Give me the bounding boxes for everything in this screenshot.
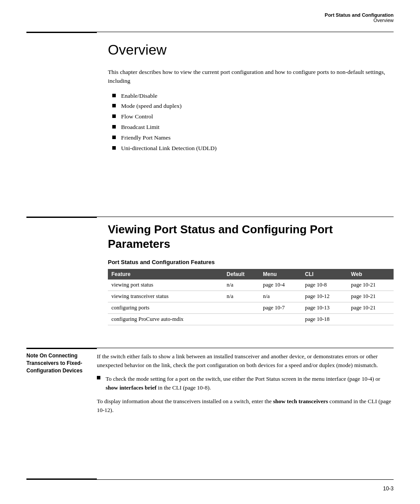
sidebar-accent-note <box>26 348 97 349</box>
note-content: If the switch either fails to show a lin… <box>97 352 394 419</box>
bullet-icon <box>112 94 116 97</box>
bullet-icon <box>112 136 116 139</box>
sidebar-accent-viewing <box>26 217 97 218</box>
note-bullet-text: To check the mode setting for a port on … <box>106 375 394 392</box>
col-feature: Feature <box>108 269 223 280</box>
list-item: Uni-directional Link Detection (UDLD) <box>112 144 394 153</box>
sidebar-accent-bottom <box>26 478 97 480</box>
col-menu: Menu <box>259 269 302 280</box>
overview-title: Overview <box>108 42 394 58</box>
list-item: Broadcast Limit <box>112 123 394 132</box>
list-item: Enable/Disable <box>112 92 394 100</box>
bullet-icon <box>97 376 100 379</box>
overview-section: Overview This chapter describes how to v… <box>108 37 394 155</box>
viewing-title: Viewing Port Status and Configuring Port… <box>108 222 394 251</box>
bold-text-2: show tech transceivers <box>273 398 328 405</box>
header-title: Port Status and Configuration <box>325 12 394 18</box>
col-cli: CLI <box>302 269 348 280</box>
table-row: viewing transceiver status n/a n/a page … <box>108 291 394 302</box>
table-row: configuring ProCurve auto-mdix page 10-1… <box>108 314 394 325</box>
note-sidebar: Note On Connecting Transceivers to Fixed… <box>26 352 97 419</box>
bold-text: show interfaces brief <box>106 384 157 391</box>
list-item: Friendly Port Names <box>112 134 394 142</box>
note-sidebar-title: Note On Connecting Transceivers to Fixed… <box>26 352 88 374</box>
note-bullet-item: To check the mode setting for a port on … <box>97 375 394 392</box>
note-wrapper: Note On Connecting Transceivers to Fixed… <box>26 352 394 419</box>
note-paragraph-1: If the switch either fails to show a lin… <box>97 352 394 369</box>
table-header-row: Feature Default Menu CLI Web <box>108 269 394 280</box>
subsection-title: Port Status and Configuration Features <box>108 259 394 265</box>
col-default: Default <box>223 269 259 280</box>
table-row: configuring ports page 10-7 page 10-13 p… <box>108 302 394 314</box>
bullet-icon <box>112 125 116 129</box>
col-web: Web <box>347 269 394 280</box>
overview-bullet-list: Enable/Disable Mode (speed and duplex) F… <box>112 92 394 153</box>
bullet-icon <box>112 114 116 118</box>
sidebar-accent-overview <box>26 32 97 33</box>
list-item: Mode (speed and duplex) <box>112 102 394 110</box>
bullet-icon <box>112 104 116 107</box>
table-row: viewing port status n/a page 10-4 page 1… <box>108 280 394 291</box>
note-paragraph-2: To display information about the transce… <box>97 397 394 414</box>
overview-description: This chapter describes how to view the c… <box>108 68 394 86</box>
page: Port Status and Configuration Overview O… <box>0 0 420 504</box>
page-number: 10-3 <box>383 486 394 492</box>
header-subtitle: Overview <box>325 18 394 23</box>
config-table: Feature Default Menu CLI Web viewing por… <box>108 269 394 325</box>
viewing-section: Viewing Port Status and Configuring Port… <box>108 222 394 325</box>
page-header: Port Status and Configuration Overview <box>325 12 394 23</box>
bullet-icon <box>112 146 116 150</box>
list-item: Flow Control <box>112 113 394 121</box>
